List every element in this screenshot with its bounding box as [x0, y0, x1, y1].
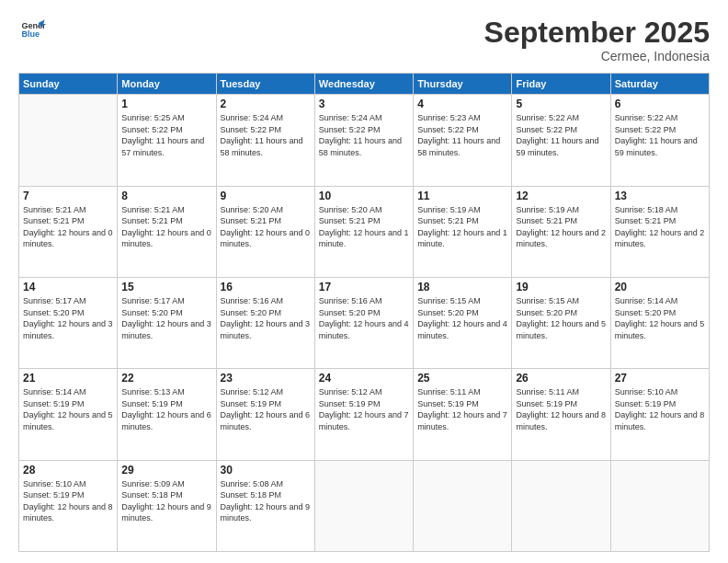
- table-row: 17Sunrise: 5:16 AM Sunset: 5:20 PM Dayli…: [314, 277, 413, 368]
- cell-info: Sunrise: 5:11 AM Sunset: 5:19 PM Dayligh…: [516, 386, 606, 432]
- cell-info: Sunrise: 5:20 AM Sunset: 5:21 PM Dayligh…: [319, 204, 409, 250]
- table-row: 13Sunrise: 5:18 AM Sunset: 5:21 PM Dayli…: [610, 186, 709, 277]
- cell-info: Sunrise: 5:25 AM Sunset: 5:22 PM Dayligh…: [121, 112, 211, 158]
- cell-info: Sunrise: 5:15 AM Sunset: 5:20 PM Dayligh…: [417, 295, 507, 341]
- cell-info: Sunrise: 5:11 AM Sunset: 5:19 PM Dayligh…: [417, 386, 507, 432]
- cell-info: Sunrise: 5:12 AM Sunset: 5:19 PM Dayligh…: [319, 386, 409, 432]
- table-row: 26Sunrise: 5:11 AM Sunset: 5:19 PM Dayli…: [512, 369, 610, 460]
- table-row: 21Sunrise: 5:14 AM Sunset: 5:19 PM Dayli…: [19, 369, 118, 460]
- table-row: 20Sunrise: 5:14 AM Sunset: 5:20 PM Dayli…: [610, 277, 709, 368]
- table-row: 18Sunrise: 5:15 AM Sunset: 5:20 PM Dayli…: [414, 277, 512, 368]
- table-row: 30Sunrise: 5:08 AM Sunset: 5:18 PM Dayli…: [216, 460, 314, 551]
- header-tuesday: Tuesday: [216, 74, 314, 95]
- cell-day-number: 3: [319, 98, 409, 110]
- table-row: 7Sunrise: 5:21 AM Sunset: 5:21 PM Daylig…: [19, 186, 118, 277]
- cell-info: Sunrise: 5:17 AM Sunset: 5:20 PM Dayligh…: [23, 295, 113, 341]
- cell-day-number: 8: [121, 190, 211, 202]
- cell-day-number: 22: [121, 372, 211, 385]
- header-saturday: Saturday: [610, 74, 709, 95]
- cell-info: Sunrise: 5:22 AM Sunset: 5:22 PM Dayligh…: [516, 112, 606, 158]
- cell-day-number: 27: [615, 372, 705, 385]
- header-wednesday: Wednesday: [314, 74, 413, 95]
- table-row: 8Sunrise: 5:21 AM Sunset: 5:21 PM Daylig…: [118, 186, 216, 277]
- table-row: [19, 95, 118, 186]
- location-subtitle: Cermee, Indonesia: [484, 49, 710, 63]
- cell-day-number: 19: [516, 281, 606, 293]
- table-row: 9Sunrise: 5:20 AM Sunset: 5:21 PM Daylig…: [216, 186, 314, 277]
- table-row: [512, 460, 610, 551]
- table-row: [610, 460, 709, 551]
- table-row: 15Sunrise: 5:17 AM Sunset: 5:20 PM Dayli…: [118, 277, 216, 368]
- cell-info: Sunrise: 5:10 AM Sunset: 5:19 PM Dayligh…: [23, 478, 113, 524]
- table-row: 19Sunrise: 5:15 AM Sunset: 5:20 PM Dayli…: [512, 277, 610, 368]
- table-row: 4Sunrise: 5:23 AM Sunset: 5:22 PM Daylig…: [414, 95, 512, 186]
- cell-info: Sunrise: 5:16 AM Sunset: 5:20 PM Dayligh…: [319, 295, 409, 341]
- cell-day-number: 24: [319, 372, 409, 385]
- cell-info: Sunrise: 5:08 AM Sunset: 5:18 PM Dayligh…: [221, 478, 311, 524]
- cell-day-number: 9: [221, 190, 311, 202]
- header-friday: Friday: [512, 74, 610, 95]
- cell-day-number: 7: [23, 190, 113, 202]
- cell-info: Sunrise: 5:10 AM Sunset: 5:19 PM Dayligh…: [615, 386, 705, 432]
- cell-day-number: 4: [417, 98, 507, 110]
- logo: General Blue: [18, 17, 46, 46]
- calendar-header-row: Sunday Monday Tuesday Wednesday Thursday…: [19, 74, 710, 95]
- table-row: 24Sunrise: 5:12 AM Sunset: 5:19 PM Dayli…: [314, 369, 413, 460]
- cell-info: Sunrise: 5:19 AM Sunset: 5:21 PM Dayligh…: [516, 204, 606, 250]
- cell-info: Sunrise: 5:14 AM Sunset: 5:20 PM Dayligh…: [615, 295, 705, 341]
- month-title: September 2025: [484, 17, 710, 49]
- cell-day-number: 6: [615, 98, 705, 110]
- cell-info: Sunrise: 5:19 AM Sunset: 5:21 PM Dayligh…: [417, 204, 507, 250]
- cell-info: Sunrise: 5:23 AM Sunset: 5:22 PM Dayligh…: [417, 112, 507, 158]
- cell-day-number: 18: [417, 281, 507, 293]
- table-row: 1Sunrise: 5:25 AM Sunset: 5:22 PM Daylig…: [118, 95, 216, 186]
- cell-day-number: 30: [221, 464, 311, 477]
- cell-day-number: 10: [319, 190, 409, 202]
- cell-info: Sunrise: 5:17 AM Sunset: 5:20 PM Dayligh…: [121, 295, 211, 341]
- cell-day-number: 29: [121, 464, 211, 477]
- table-row: 16Sunrise: 5:16 AM Sunset: 5:20 PM Dayli…: [216, 277, 314, 368]
- table-row: [314, 460, 413, 551]
- table-row: 22Sunrise: 5:13 AM Sunset: 5:19 PM Dayli…: [118, 369, 216, 460]
- cell-day-number: 17: [319, 281, 409, 293]
- cell-day-number: 26: [516, 372, 606, 385]
- calendar-table: Sunday Monday Tuesday Wednesday Thursday…: [18, 73, 710, 552]
- cell-info: Sunrise: 5:24 AM Sunset: 5:22 PM Dayligh…: [221, 112, 311, 158]
- header-thursday: Thursday: [414, 74, 512, 95]
- cell-day-number: 23: [221, 372, 311, 385]
- table-row: 5Sunrise: 5:22 AM Sunset: 5:22 PM Daylig…: [512, 95, 610, 186]
- page-header: General Blue September 2025 Cermee, Indo…: [18, 17, 710, 63]
- table-row: [414, 460, 512, 551]
- cell-info: Sunrise: 5:14 AM Sunset: 5:19 PM Dayligh…: [23, 386, 113, 432]
- cell-info: Sunrise: 5:21 AM Sunset: 5:21 PM Dayligh…: [121, 204, 211, 250]
- table-row: 2Sunrise: 5:24 AM Sunset: 5:22 PM Daylig…: [216, 95, 314, 186]
- header-sunday: Sunday: [19, 74, 118, 95]
- cell-info: Sunrise: 5:22 AM Sunset: 5:22 PM Dayligh…: [615, 112, 705, 158]
- cell-info: Sunrise: 5:12 AM Sunset: 5:19 PM Dayligh…: [221, 386, 311, 432]
- table-row: 14Sunrise: 5:17 AM Sunset: 5:20 PM Dayli…: [19, 277, 118, 368]
- cell-day-number: 21: [23, 372, 113, 385]
- table-row: 28Sunrise: 5:10 AM Sunset: 5:19 PM Dayli…: [19, 460, 118, 551]
- cell-info: Sunrise: 5:09 AM Sunset: 5:18 PM Dayligh…: [121, 478, 211, 524]
- title-block: September 2025 Cermee, Indonesia: [484, 17, 710, 63]
- table-row: 27Sunrise: 5:10 AM Sunset: 5:19 PM Dayli…: [610, 369, 709, 460]
- table-row: 6Sunrise: 5:22 AM Sunset: 5:22 PM Daylig…: [610, 95, 709, 186]
- cell-day-number: 20: [615, 281, 705, 293]
- cell-info: Sunrise: 5:24 AM Sunset: 5:22 PM Dayligh…: [319, 112, 409, 158]
- table-row: 11Sunrise: 5:19 AM Sunset: 5:21 PM Dayli…: [414, 186, 512, 277]
- cell-day-number: 12: [516, 190, 606, 202]
- cell-day-number: 11: [417, 190, 507, 202]
- table-row: 3Sunrise: 5:24 AM Sunset: 5:22 PM Daylig…: [314, 95, 413, 186]
- table-row: 12Sunrise: 5:19 AM Sunset: 5:21 PM Dayli…: [512, 186, 610, 277]
- cell-day-number: 2: [221, 98, 311, 110]
- cell-info: Sunrise: 5:15 AM Sunset: 5:20 PM Dayligh…: [516, 295, 606, 341]
- cell-day-number: 14: [23, 281, 113, 293]
- cell-info: Sunrise: 5:13 AM Sunset: 5:19 PM Dayligh…: [121, 386, 211, 432]
- cell-day-number: 5: [516, 98, 606, 110]
- cell-day-number: 13: [615, 190, 705, 202]
- table-row: 10Sunrise: 5:20 AM Sunset: 5:21 PM Dayli…: [314, 186, 413, 277]
- cell-day-number: 1: [121, 98, 211, 110]
- cell-info: Sunrise: 5:21 AM Sunset: 5:21 PM Dayligh…: [23, 204, 113, 250]
- svg-text:Blue: Blue: [21, 29, 40, 39]
- header-monday: Monday: [118, 74, 216, 95]
